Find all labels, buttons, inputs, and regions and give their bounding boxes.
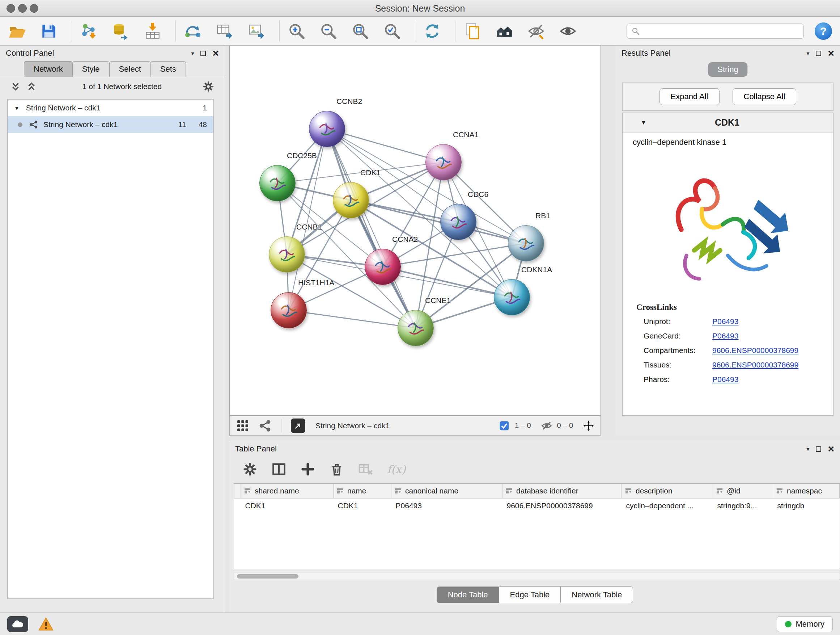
tab-select[interactable]: Select <box>109 61 151 77</box>
cloud-button[interactable] <box>7 616 28 632</box>
network-node-hist1h1a[interactable] <box>271 292 307 328</box>
search-box[interactable] <box>627 24 804 39</box>
zoom-out-icon[interactable] <box>319 22 338 40</box>
table-row[interactable]: CDK1 CDK1 P06493 9606.ENSP00000378699 cy… <box>234 498 840 513</box>
network-row[interactable]: String Network – cdk1 11 48 <box>8 116 213 133</box>
network-node-cdc6[interactable] <box>440 204 477 240</box>
panel-close-icon[interactable]: × <box>828 50 834 57</box>
column-header[interactable]: description <box>622 484 713 498</box>
share-network-icon[interactable] <box>259 419 272 432</box>
export-table-icon[interactable] <box>216 22 234 40</box>
show-all-icon[interactable] <box>559 22 577 40</box>
string-tab-badge[interactable]: String <box>708 62 747 77</box>
tab-node-table[interactable]: Node Table <box>437 586 499 603</box>
panel-maximize-icon[interactable] <box>816 51 821 56</box>
selected-checkbox-icon[interactable] <box>499 420 510 431</box>
cell-namespace[interactable]: stringdb <box>773 498 840 513</box>
zoom-fit-icon[interactable] <box>351 22 369 40</box>
table-settings-gear-icon[interactable] <box>242 462 257 477</box>
tab-edge-table[interactable]: Edge Table <box>499 586 561 603</box>
warning-icon[interactable] <box>38 616 54 632</box>
zoom-in-icon[interactable] <box>287 22 306 40</box>
save-session-icon[interactable] <box>40 22 58 40</box>
section-caret-icon[interactable]: ▼ <box>641 119 646 126</box>
panel-close-icon[interactable]: × <box>828 445 834 453</box>
export-image-icon[interactable] <box>248 22 265 40</box>
scrollbar-thumb[interactable] <box>237 574 298 578</box>
network-node-cdkn1a[interactable] <box>494 279 530 315</box>
protein-structure-thumb <box>398 310 433 346</box>
zoom-selected-icon[interactable] <box>383 22 401 40</box>
refresh-layout-icon[interactable] <box>423 22 441 40</box>
gear-icon[interactable] <box>202 80 215 93</box>
network-canvas[interactable]: CCNB2CCNA1CDC25BCDK1CDC6RB1CCNB1CCNA2CDK… <box>229 46 601 416</box>
network-node-ccnb2[interactable] <box>309 111 345 147</box>
network-node-ccna2[interactable] <box>365 249 401 285</box>
network-node-label: HIST1H1A <box>298 279 334 287</box>
tab-network[interactable]: Network <box>24 61 73 77</box>
import-network-database-icon[interactable] <box>112 22 130 40</box>
show-columns-icon[interactable] <box>271 462 286 477</box>
tab-network-table[interactable]: Network Table <box>561 586 633 603</box>
column-header[interactable]: canonical name <box>392 484 502 498</box>
horizontal-scrollbar[interactable] <box>234 573 840 580</box>
panel-collapse-icon[interactable]: ▾ <box>806 446 809 453</box>
network-collection-row[interactable]: ▼ String Network – cdk1 1 <box>8 100 213 116</box>
network-node-cdc25b[interactable] <box>259 165 295 201</box>
panel-close-icon[interactable]: × <box>212 50 219 57</box>
network-node-rb1[interactable] <box>508 225 544 261</box>
network-tree: ▼ String Network – cdk1 1 String Network… <box>7 99 214 599</box>
memory-button[interactable]: Memory <box>777 616 833 632</box>
network-node-ccne1[interactable] <box>398 310 434 346</box>
add-column-icon[interactable] <box>300 462 316 477</box>
cell-name[interactable]: CDK1 <box>333 498 392 513</box>
search-input[interactable] <box>643 27 799 35</box>
expand-all-icon[interactable] <box>26 81 37 92</box>
expand-all-button[interactable]: Expand All <box>660 88 720 105</box>
crosslink-link[interactable]: 9606.ENSP00000378699 <box>712 346 798 355</box>
import-network-file-icon[interactable] <box>80 22 98 40</box>
crosslink-link[interactable]: P06493 <box>712 332 738 340</box>
cell-at-id[interactable]: stringdb:9... <box>713 498 773 513</box>
copy-document-icon[interactable] <box>463 22 482 40</box>
column-header[interactable]: namespac <box>773 484 840 498</box>
open-session-icon[interactable] <box>8 22 26 40</box>
cell-database-identifier[interactable]: 9606.ENSP00000378699 <box>502 498 622 513</box>
tab-sets[interactable]: Sets <box>150 61 186 77</box>
import-table-icon[interactable] <box>144 22 162 40</box>
table-type-tabs: Node Table Edge Table Network Table <box>229 586 840 603</box>
panel-collapse-icon[interactable]: ▾ <box>191 50 194 57</box>
delete-column-icon[interactable] <box>329 462 344 477</box>
cell-description[interactable]: cyclin–dependent ... <box>622 498 713 513</box>
crosslink-link[interactable]: P06493 <box>712 375 738 384</box>
column-header[interactable]: name <box>333 484 392 498</box>
network-node-ccna1[interactable] <box>425 144 462 180</box>
crosslink-link[interactable]: 9606.ENSP00000378699 <box>712 361 798 369</box>
column-header[interactable]: @id <box>713 484 773 498</box>
network-node-cdk1[interactable] <box>333 182 369 218</box>
panel-collapse-icon[interactable]: ▾ <box>806 50 809 57</box>
cell-shared-name[interactable]: CDK1 <box>241 498 333 513</box>
collapse-all-icon[interactable] <box>10 81 21 92</box>
crosslink-link[interactable]: P06493 <box>712 317 738 326</box>
network-node-ccnb1[interactable] <box>269 236 305 272</box>
panel-maximize-icon[interactable] <box>816 447 821 452</box>
column-header[interactable]: shared name <box>241 484 333 498</box>
tree-caret-icon[interactable]: ▼ <box>14 105 19 111</box>
hidden-eye-icon[interactable] <box>541 420 552 431</box>
hide-selected-icon[interactable] <box>527 22 545 40</box>
grid-view-icon[interactable] <box>236 419 249 432</box>
tab-style[interactable]: Style <box>73 61 110 77</box>
table-header-row: shared name name canonical name database… <box>234 484 840 498</box>
cell-canonical-name[interactable]: P06493 <box>392 498 502 513</box>
panel-maximize-icon[interactable] <box>201 51 206 56</box>
status-bar: Memory <box>0 613 840 635</box>
collapse-all-button[interactable]: Collapse All <box>733 88 797 105</box>
protein-panel-header[interactable]: ▼ CDK1 <box>622 113 833 133</box>
pan-crosshair-icon[interactable] <box>583 420 594 431</box>
open-in-browser-button[interactable] <box>291 418 305 433</box>
new-network-icon[interactable] <box>184 22 202 40</box>
help-button[interactable]: ? <box>815 22 832 40</box>
first-neighbors-icon[interactable] <box>495 22 513 40</box>
column-header[interactable]: database identifier <box>502 484 622 498</box>
